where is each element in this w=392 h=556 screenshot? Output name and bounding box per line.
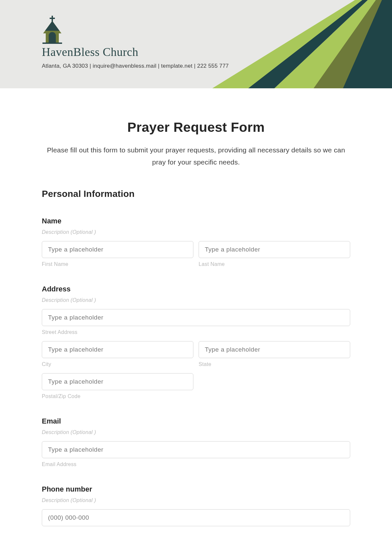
church-icon bbox=[42, 16, 62, 44]
group-name: Name Description (Optional ) First Name … bbox=[42, 217, 350, 267]
label-email: Email bbox=[42, 417, 350, 426]
label-address: Address bbox=[42, 285, 350, 293]
header: HavenBless Church Atlanta, GA 30303 | in… bbox=[0, 0, 392, 88]
svg-marker-8 bbox=[45, 21, 59, 31]
desc-name: Description (Optional ) bbox=[42, 229, 350, 235]
desc-email: Description (Optional ) bbox=[42, 429, 350, 435]
sublabel-email: Email Address bbox=[42, 461, 350, 467]
city-input[interactable] bbox=[42, 341, 193, 358]
first-name-input[interactable] bbox=[42, 241, 193, 258]
sublabel-state: State bbox=[199, 361, 350, 367]
form-content: Prayer Request Form Please fill out this… bbox=[0, 88, 392, 526]
state-input[interactable] bbox=[199, 341, 350, 358]
decorative-rays bbox=[189, 0, 392, 88]
svg-rect-6 bbox=[50, 18, 55, 19]
desc-address: Description (Optional ) bbox=[42, 297, 350, 303]
page-title: Prayer Request Form bbox=[42, 120, 350, 135]
sublabel-city: City bbox=[42, 361, 193, 367]
sublabel-first-name: First Name bbox=[42, 261, 193, 267]
desc-phone: Description (Optional ) bbox=[42, 497, 350, 503]
street-address-input[interactable] bbox=[42, 309, 350, 326]
section-personal-info: Personal Information bbox=[42, 189, 350, 199]
last-name-input[interactable] bbox=[199, 241, 350, 258]
intro-text: Please fill out this form to submit your… bbox=[42, 144, 350, 168]
group-address: Address Description (Optional ) Street A… bbox=[42, 285, 350, 399]
group-email: Email Description (Optional ) Email Addr… bbox=[42, 417, 350, 467]
zip-input[interactable] bbox=[42, 373, 193, 390]
label-phone: Phone number bbox=[42, 485, 350, 494]
label-name: Name bbox=[42, 217, 350, 225]
group-phone: Phone number Description (Optional ) bbox=[42, 485, 350, 526]
sublabel-street: Street Address bbox=[42, 329, 350, 335]
sublabel-zip: Postal/Zip Code bbox=[42, 393, 193, 399]
svg-rect-10 bbox=[42, 43, 62, 44]
sublabel-last-name: Last Name bbox=[199, 261, 350, 267]
phone-input[interactable] bbox=[42, 509, 350, 526]
email-input[interactable] bbox=[42, 441, 350, 458]
